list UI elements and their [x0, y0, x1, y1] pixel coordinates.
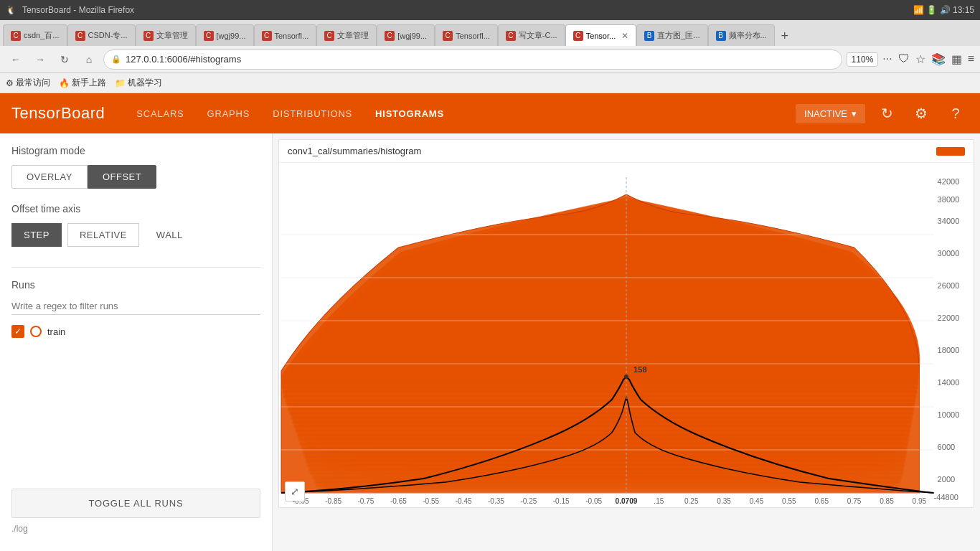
tab-tensorfl1[interactable]: C Tensorfl...: [254, 24, 317, 46]
bookmark-item-zuichang[interactable]: ⚙ 最常访问: [6, 77, 50, 89]
tab-favicon: C: [443, 31, 453, 41]
tensorboard-logo: TensorBoard: [11, 104, 105, 123]
tab-write[interactable]: C 写文章-C...: [498, 24, 565, 46]
os-icon: 🐧: [6, 5, 17, 15]
nav-distributions[interactable]: DISTRIBUTIONS: [264, 104, 361, 123]
tab-pinlv[interactable]: B 频率分布...: [708, 24, 775, 46]
relative-button[interactable]: RELATIVE: [67, 223, 139, 247]
svg-text:-0.85: -0.85: [325, 497, 341, 505]
close-icon[interactable]: ✕: [621, 31, 628, 41]
sidebar-icon[interactable]: ▦: [951, 52, 962, 66]
bookmark-icon[interactable]: ☆: [915, 52, 925, 66]
shield-icon[interactable]: 🛡: [898, 52, 910, 66]
address-text: 127.0.0.1:6006/#histograms: [126, 54, 241, 65]
svg-text:0.0709: 0.0709: [616, 497, 638, 505]
svg-text:2000: 2000: [938, 475, 956, 484]
tab-csdn1[interactable]: C csdn_百...: [3, 24, 67, 46]
library-icon[interactable]: 📚: [931, 52, 946, 66]
svg-text:0.55: 0.55: [782, 497, 796, 505]
runs-label: Runs: [11, 279, 260, 291]
tab-wgj1[interactable]: C [wgj99...: [196, 24, 254, 46]
offset-button[interactable]: OFFSET: [88, 165, 156, 189]
svg-text:0.75: 0.75: [847, 497, 862, 505]
svg-text:0.65: 0.65: [814, 497, 829, 505]
zoom-level: 110%: [847, 52, 879, 67]
tab-favicon: C: [385, 31, 395, 41]
offset-buttons: STEP RELATIVE WALL: [11, 223, 260, 247]
tab-favicon: C: [573, 31, 583, 41]
main-area: Histogram mode OVERLAY OFFSET Offset tim…: [0, 133, 980, 551]
tensorboard-nav: SCALARS GRAPHS DISTRIBUTIONS HISTOGRAMS: [128, 104, 773, 123]
svg-text:-0.15: -0.15: [553, 497, 570, 505]
svg-text:42000: 42000: [938, 177, 960, 186]
tab-favicon: C: [11, 31, 21, 41]
svg-text:38000: 38000: [938, 195, 960, 204]
bookmark-icon-xinshou: 🔥: [59, 78, 70, 88]
svg-text:-44800: -44800: [934, 493, 959, 501]
titlebar-system-icons: 📶 🔋 🔊 13:15: [913, 5, 974, 15]
toolbar-icons: ··· 🛡 ☆ 📚 ▦ ≡: [882, 52, 974, 66]
bookmark-item-jiqixuexi[interactable]: 📁 机器学习: [115, 77, 162, 89]
inactive-select[interactable]: INACTIVE ▾: [796, 104, 865, 123]
home-button[interactable]: ⌂: [79, 50, 99, 70]
titlebar-title: TensorBoard - Mozilla Firefox: [22, 5, 913, 15]
browser-tabs: C csdn_百... C CSDN-专... C 文章管理 C [wgj99.…: [0, 20, 980, 46]
chevron-down-icon: ▾: [852, 108, 857, 119]
address-bar[interactable]: 🔒 127.0.0.1:6006/#histograms: [103, 50, 842, 70]
overlay-button[interactable]: OVERLAY: [11, 165, 88, 189]
tab-favicon: C: [262, 31, 272, 41]
tab-csdn2[interactable]: C CSDN-专...: [67, 24, 136, 46]
nav-graphs[interactable]: GRAPHS: [199, 104, 259, 123]
tab-zhifangtu[interactable]: B 直方图_匡...: [636, 24, 707, 46]
svg-text:30000: 30000: [938, 249, 960, 258]
bookmark-icon-jiqixuexi: 📁: [115, 78, 126, 88]
back-button[interactable]: ←: [6, 50, 26, 70]
refresh-button[interactable]: ↻: [55, 50, 75, 70]
svg-text:-0.35: -0.35: [488, 497, 504, 505]
toggle-all-runs-button[interactable]: TOGGLE ALL RUNS: [11, 489, 260, 518]
step-button[interactable]: STEP: [11, 223, 62, 247]
tab-wgj2[interactable]: C [wgj99...: [377, 24, 435, 46]
sidebar-divider: [11, 267, 260, 268]
run-label-train: train: [47, 326, 65, 337]
svg-text:.15: .15: [654, 497, 664, 505]
runs-filter-input[interactable]: [11, 298, 260, 315]
refresh-button-tb[interactable]: ↻: [874, 100, 900, 126]
histogram-header: conv1_cal/summaries/histogram: [279, 140, 974, 163]
svg-text:158: 158: [633, 365, 646, 374]
tab-tensorfl2[interactable]: C Tensorfl...: [435, 24, 498, 46]
offset-time-axis-label: Offset time axis: [11, 203, 260, 215]
svg-text:-0.75: -0.75: [358, 497, 374, 505]
browser-titlebar: 🐧 TensorBoard - Mozilla Firefox 📶 🔋 🔊 13…: [0, 0, 980, 20]
tab-article2[interactable]: C 文章管理: [316, 24, 377, 46]
svg-text:-0.55: -0.55: [423, 497, 439, 505]
tab-tensorboard-active[interactable]: C Tensor... ✕: [565, 24, 637, 46]
histogram-mode-label: Histogram mode: [11, 145, 260, 156]
bookmark-item-xinshou[interactable]: 🔥 新手上路: [59, 77, 106, 89]
svg-text:0.35: 0.35: [717, 497, 731, 505]
toggle-all-section: TOGGLE ALL RUNS ./log: [11, 474, 260, 540]
new-tab-button[interactable]: +: [775, 26, 795, 46]
run-checkbox-train[interactable]: ✓: [11, 325, 24, 338]
tab-article1[interactable]: C 文章管理: [136, 24, 196, 46]
settings-icon[interactable]: ⚙: [908, 100, 934, 126]
menu-icon[interactable]: ≡: [968, 52, 974, 66]
svg-text:-0.45: -0.45: [456, 497, 472, 505]
svg-text:0.45: 0.45: [750, 497, 764, 505]
tab-favicon: C: [75, 31, 85, 41]
nav-histograms[interactable]: HISTOGRAMS: [367, 104, 453, 123]
wall-button[interactable]: WALL: [145, 223, 194, 247]
mode-buttons: OVERLAY OFFSET: [11, 165, 260, 189]
tensorboard-header: TensorBoard SCALARS GRAPHS DISTRIBUTIONS…: [0, 93, 980, 133]
more-icon[interactable]: ···: [882, 52, 892, 66]
tab-favicon: C: [143, 31, 154, 41]
nav-scalars[interactable]: SCALARS: [128, 104, 192, 123]
svg-text:14000: 14000: [938, 378, 960, 387]
svg-text:10000: 10000: [938, 410, 960, 419]
expand-button[interactable]: ⤢: [285, 481, 305, 501]
svg-text:34000: 34000: [938, 217, 960, 225]
histogram-title: conv1_cal/summaries/histogram: [288, 146, 421, 156]
help-icon[interactable]: ?: [943, 100, 969, 126]
browser-toolbar: ← → ↻ ⌂ 🔒 127.0.0.1:6006/#histograms 110…: [0, 46, 980, 73]
forward-button[interactable]: →: [30, 50, 50, 70]
